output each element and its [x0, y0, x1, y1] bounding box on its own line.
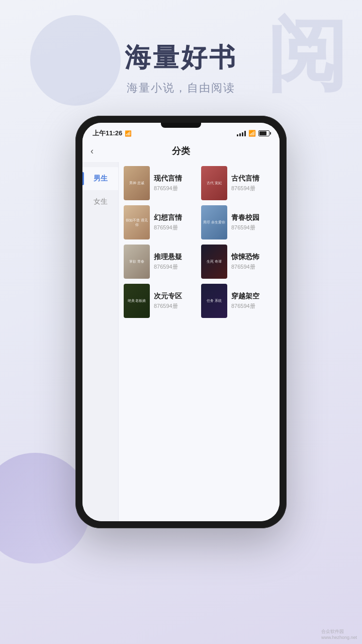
grid-item-0-1[interactable]: 古代 宠妃古代言情876594册 [201, 166, 275, 200]
signal-icon [237, 130, 246, 136]
grid-row-2: 掌欲 青春推理悬疑876594册生死 奇谭惊悚恐怖876594册 [124, 245, 275, 279]
wifi-icon: 📶 [248, 130, 256, 137]
book-cover: 生死 奇谭 [201, 245, 227, 279]
book-info: 惊悚恐怖876594册 [231, 253, 275, 271]
book-count: 876594册 [154, 224, 197, 231]
book-info: 穿越架空876594册 [231, 292, 275, 310]
book-count: 876594册 [231, 263, 275, 271]
grid-row-1: 假如不曾 遇见你幻想言情876594册用尽 余生爱你青春校园876594册 [124, 205, 275, 239]
book-grid: 男神 忠诚现代言情876594册古代 宠妃古代言情876594册假如不曾 遇见你… [119, 162, 280, 521]
grid-item-1-0[interactable]: 假如不曾 遇见你幻想言情876594册 [124, 205, 197, 239]
sidebar: 男生 女生 [82, 162, 119, 521]
bluetooth-icon: 📶 [125, 130, 132, 137]
main-title: 海量好书 [0, 40, 362, 75]
book-count: 876594册 [231, 224, 275, 231]
watermark: 合众软件园 www.hezhong.net [321, 628, 357, 640]
grid-item-2-1[interactable]: 生死 奇谭惊悚恐怖876594册 [201, 245, 275, 279]
book-count: 876594册 [154, 302, 197, 310]
grid-item-3-0[interactable]: 绝美 老板娘次元专区876594册 [124, 284, 197, 318]
book-info: 推理悬疑876594册 [154, 253, 197, 271]
book-cover: 古代 宠妃 [201, 166, 227, 200]
sub-title: 海量小说，自由阅读 [0, 80, 362, 96]
book-count: 876594册 [231, 185, 275, 192]
phone-notch [161, 123, 201, 128]
nav-title: 分类 [172, 145, 190, 157]
book-cover: 绝美 老板娘 [124, 284, 150, 318]
sidebar-item-female[interactable]: 女生 [82, 190, 118, 213]
nav-bar: ‹ 分类 [82, 140, 280, 162]
book-genre: 推理悬疑 [154, 253, 197, 262]
book-genre: 次元专区 [154, 292, 197, 301]
book-cover: 用尽 余生爱你 [201, 205, 227, 239]
grid-item-1-1[interactable]: 用尽 余生爱你青春校园876594册 [201, 205, 275, 239]
header-area: 海量好书 海量小说，自由阅读 [0, 40, 362, 96]
book-count: 876594册 [154, 263, 197, 271]
grid-item-2-0[interactable]: 掌欲 青春推理悬疑876594册 [124, 245, 197, 279]
grid-row-0: 男神 忠诚现代言情876594册古代 宠妃古代言情876594册 [124, 166, 275, 200]
back-button[interactable]: ‹ [90, 146, 94, 156]
book-info: 古代言情876594册 [231, 174, 275, 192]
phone-frame: 上午11:26 📶 📶 [75, 116, 287, 528]
book-cover: 假如不曾 遇见你 [124, 205, 150, 239]
status-icons: 📶 [237, 130, 269, 137]
book-info: 次元专区876594册 [154, 292, 197, 310]
book-genre: 惊悚恐怖 [231, 253, 275, 262]
book-cover: 男神 忠诚 [124, 166, 150, 200]
book-genre: 幻想言情 [154, 213, 197, 222]
status-time: 上午11:26 [93, 129, 122, 138]
book-count: 876594册 [231, 302, 275, 310]
content-area: 男生 女生 男神 忠诚现代言情876594册古代 宠妃古代言情876594册假如… [82, 162, 280, 521]
battery-icon [258, 130, 269, 136]
book-cover: 掌欲 青春 [124, 245, 150, 279]
sidebar-item-male[interactable]: 男生 [82, 167, 118, 190]
phone-mockup: 上午11:26 📶 📶 [75, 116, 287, 528]
grid-row-3: 绝美 老板娘次元专区876594册任务 系统穿越架空876594册 [124, 284, 275, 318]
book-cover: 任务 系统 [201, 284, 227, 318]
grid-item-0-0[interactable]: 男神 忠诚现代言情876594册 [124, 166, 197, 200]
book-genre: 现代言情 [154, 174, 197, 183]
book-info: 幻想言情876594册 [154, 213, 197, 231]
book-genre: 青春校园 [231, 213, 275, 222]
book-info: 现代言情876594册 [154, 174, 197, 192]
phone-screen: 上午11:26 📶 📶 [82, 123, 280, 521]
book-count: 876594册 [154, 185, 197, 192]
grid-item-3-1[interactable]: 任务 系统穿越架空876594册 [201, 284, 275, 318]
book-genre: 古代言情 [231, 174, 275, 183]
book-info: 青春校园876594册 [231, 213, 275, 231]
book-genre: 穿越架空 [231, 292, 275, 301]
